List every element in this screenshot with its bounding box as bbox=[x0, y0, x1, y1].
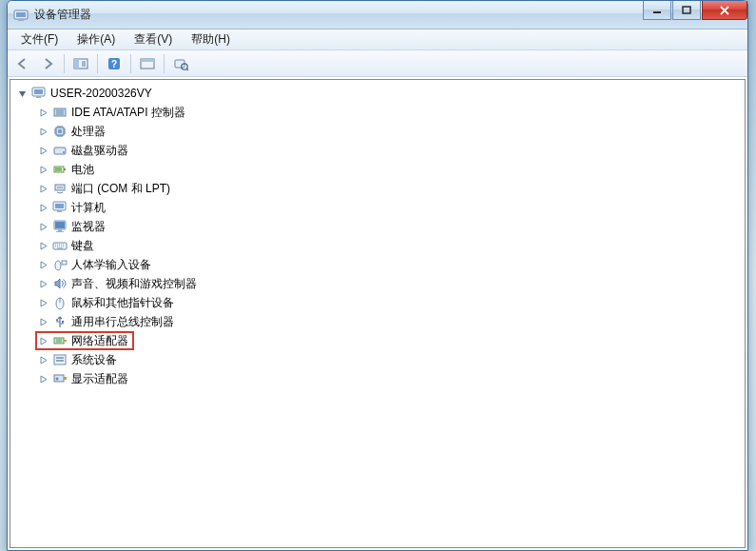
svg-rect-12 bbox=[141, 59, 154, 62]
svg-rect-33 bbox=[57, 210, 62, 212]
menu-help[interactable]: 帮助(H) bbox=[182, 30, 240, 49]
battery-icon bbox=[52, 162, 68, 177]
expand-icon[interactable] bbox=[37, 297, 48, 308]
tree-item[interactable]: 电池 bbox=[37, 160, 743, 179]
tree-item-label: 磁盘驱动器 bbox=[71, 143, 128, 159]
show-hide-tree-button[interactable] bbox=[69, 53, 92, 74]
svg-rect-46 bbox=[64, 340, 67, 342]
svg-rect-45 bbox=[54, 338, 64, 344]
disk-drive-icon bbox=[52, 143, 68, 158]
svg-rect-40 bbox=[62, 261, 67, 265]
expand-icon[interactable] bbox=[37, 373, 48, 384]
expand-icon[interactable] bbox=[37, 278, 48, 289]
minimize-button[interactable] bbox=[643, 1, 671, 20]
help-icon: ? bbox=[107, 56, 122, 71]
expand-icon[interactable] bbox=[37, 316, 48, 327]
tree-item-label: 网络适配器 bbox=[71, 333, 128, 349]
tree-item[interactable]: 键盘 bbox=[37, 236, 743, 255]
properties-icon bbox=[140, 57, 155, 70]
expand-icon[interactable] bbox=[37, 126, 48, 137]
tree-item[interactable]: 监视器 bbox=[37, 217, 743, 236]
expand-icon[interactable] bbox=[37, 202, 48, 213]
expand-icon[interactable] bbox=[37, 335, 48, 346]
expand-icon[interactable] bbox=[37, 259, 48, 270]
svg-rect-50 bbox=[54, 375, 64, 382]
tree-item-label: 系统设备 bbox=[71, 352, 117, 368]
device-tree-root: USER-20200326VY IDE ATA/ATAPI 控制器处理器磁盘驱动… bbox=[12, 84, 743, 388]
svg-rect-25 bbox=[64, 168, 66, 170]
svg-rect-32 bbox=[55, 204, 64, 208]
tree-children: IDE ATA/ATAPI 控制器处理器磁盘驱动器电池端口 (COM 和 LPT… bbox=[16, 103, 743, 388]
root-label: USER-20200326VY bbox=[50, 87, 152, 100]
svg-point-39 bbox=[55, 261, 61, 270]
tree-item-label: 端口 (COM 和 LPT) bbox=[71, 181, 170, 197]
expand-icon[interactable] bbox=[37, 183, 48, 194]
tree-item[interactable]: 声音、视频和游戏控制器 bbox=[37, 274, 743, 293]
port-icon bbox=[52, 181, 68, 196]
tree-item-label: 鼠标和其他指针设备 bbox=[71, 295, 174, 311]
expand-icon[interactable] bbox=[37, 354, 48, 365]
tree-item[interactable]: 处理器 bbox=[37, 122, 743, 141]
scan-icon bbox=[173, 56, 188, 71]
tree-item[interactable]: 鼠标和其他指针设备 bbox=[37, 293, 743, 312]
tree-item-label: 声音、视频和游戏控制器 bbox=[71, 276, 197, 292]
tree-item-label: IDE ATA/ATAPI 控制器 bbox=[71, 105, 185, 121]
tree-item[interactable]: 通用串行总线控制器 bbox=[37, 312, 743, 331]
hid-icon bbox=[52, 257, 68, 272]
back-arrow-icon bbox=[15, 57, 30, 70]
maximize-button[interactable] bbox=[672, 1, 701, 20]
tree-item-label: 通用串行总线控制器 bbox=[71, 314, 174, 330]
minimize-icon bbox=[652, 6, 662, 15]
scan-hardware-button[interactable] bbox=[169, 53, 192, 74]
tree-item[interactable]: IDE ATA/ATAPI 控制器 bbox=[37, 103, 743, 122]
properties-button[interactable] bbox=[136, 53, 159, 74]
keyboard-icon bbox=[52, 238, 68, 253]
processor-icon bbox=[52, 124, 68, 139]
tree-item[interactable]: 人体学输入设备 bbox=[37, 255, 743, 274]
menu-file[interactable]: 文件(F) bbox=[11, 30, 68, 49]
tree-item[interactable]: 网络适配器 bbox=[37, 331, 743, 350]
svg-rect-17 bbox=[34, 89, 43, 94]
forward-button[interactable] bbox=[36, 53, 59, 74]
svg-rect-2 bbox=[18, 19, 24, 21]
sound-icon bbox=[52, 276, 68, 291]
svg-rect-21 bbox=[58, 129, 62, 133]
expand-icon[interactable] bbox=[37, 221, 48, 232]
svg-line-15 bbox=[186, 69, 188, 70]
tree-item[interactable]: 磁盘驱动器 bbox=[37, 141, 743, 160]
collapse-icon[interactable] bbox=[16, 88, 28, 99]
svg-rect-26 bbox=[55, 167, 62, 171]
expand-icon[interactable] bbox=[37, 240, 48, 251]
svg-rect-1 bbox=[16, 12, 26, 17]
svg-point-29 bbox=[59, 187, 61, 188]
mouse-icon bbox=[52, 295, 68, 310]
menu-action[interactable]: 操作(A) bbox=[68, 30, 125, 49]
svg-rect-37 bbox=[56, 231, 64, 232]
tree-item[interactable]: 显示适配器 bbox=[37, 369, 743, 388]
toolbar-separator bbox=[64, 54, 65, 73]
svg-rect-35 bbox=[55, 222, 65, 228]
menu-view[interactable]: 查看(V) bbox=[125, 30, 182, 49]
expand-icon[interactable] bbox=[37, 107, 48, 118]
computer-icon bbox=[52, 200, 68, 215]
tree-item[interactable]: 计算机 bbox=[37, 198, 743, 217]
tree-item-label: 监视器 bbox=[71, 219, 106, 235]
toolbar-separator bbox=[164, 54, 165, 73]
tree-item[interactable]: 端口 (COM 和 LPT) bbox=[37, 179, 743, 198]
maximize-icon bbox=[682, 6, 691, 15]
device-tree-pane[interactable]: USER-20200326VY IDE ATA/ATAPI 控制器处理器磁盘驱动… bbox=[10, 79, 746, 548]
tree-item[interactable]: 系统设备 bbox=[37, 350, 743, 369]
back-button[interactable] bbox=[11, 53, 34, 74]
expand-icon[interactable] bbox=[37, 145, 48, 156]
expand-icon[interactable] bbox=[37, 164, 48, 175]
system-device-icon bbox=[52, 352, 68, 367]
help-button[interactable]: ? bbox=[103, 53, 126, 74]
tree-item-label: 电池 bbox=[71, 162, 94, 178]
tree-item-label: 显示适配器 bbox=[71, 371, 128, 387]
titlebar[interactable]: 设备管理器 bbox=[8, 1, 747, 30]
tree-root-node[interactable]: USER-20200326VY bbox=[16, 84, 743, 103]
close-button[interactable] bbox=[702, 1, 747, 20]
toolbar: ? bbox=[8, 50, 747, 77]
svg-rect-36 bbox=[58, 229, 62, 231]
forward-arrow-icon bbox=[40, 57, 55, 70]
